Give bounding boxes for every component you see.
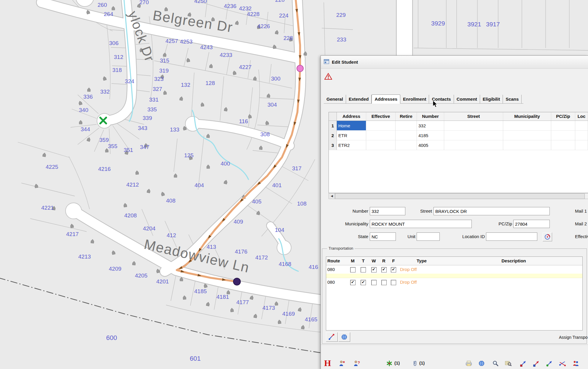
lot-number-label: 324: [125, 78, 134, 84]
day-checkbox-R[interactable]: [381, 280, 387, 285]
address-grid[interactable]: AddressEffectiveRetireNumberStreetMunici…: [329, 112, 588, 193]
day-checkbox-T[interactable]: ✔: [361, 280, 366, 285]
lot-number-label: 405: [252, 198, 262, 205]
lot-number-label: 4169: [282, 311, 295, 317]
lot-number-label: 264: [104, 11, 113, 17]
day-checkbox-W[interactable]: ✔: [371, 267, 377, 272]
pczip-input[interactable]: [513, 220, 550, 228]
lot-number-label: 331: [149, 97, 159, 103]
lot-number-label: 355: [108, 143, 117, 149]
lot-number-label: 416: [309, 264, 318, 270]
address-grid-scrollbar[interactable]: ◀: [329, 193, 588, 199]
tab-enrollment[interactable]: Enrollment: [400, 95, 429, 103]
unit-input[interactable]: [417, 232, 440, 241]
lot-number-label: 270: [139, 0, 149, 5]
locate-address-button[interactable]: [543, 232, 552, 241]
lot-number-label: 224: [279, 12, 289, 19]
stop-type: Drop Off: [398, 278, 445, 286]
day-checkbox-F[interactable]: [391, 280, 396, 285]
street-input[interactable]: [434, 207, 550, 215]
map-zoom-icon[interactable]: [503, 358, 514, 368]
transportation-row-2[interactable]: 080✔✔Drop Off: [326, 278, 582, 286]
lot-number-label: 228: [283, 35, 293, 41]
transportation-grid[interactable]: RouteMTWRFTypeDescription080✔✔✔Drop Off0…: [326, 256, 583, 331]
lot-number-label: 600: [106, 334, 117, 341]
municipality-input[interactable]: [370, 220, 472, 228]
attachment-icon[interactable]: [409, 358, 420, 368]
mail1-label: Mail 1: [575, 207, 587, 215]
tab-general[interactable]: General: [324, 95, 346, 103]
student-locate-icon[interactable]: [336, 358, 348, 368]
tab-extended[interactable]: Extended: [346, 95, 372, 103]
tab-addresses[interactable]: Addresses: [372, 94, 400, 104]
lot-number-label: 4176: [235, 248, 247, 255]
day-checkbox-W[interactable]: [371, 280, 377, 285]
day-checkbox-M[interactable]: [350, 267, 356, 272]
scrollbar-thumb[interactable]: [335, 194, 585, 199]
lot-number-label: 359: [99, 137, 109, 143]
mouse-cursor: [433, 100, 439, 110]
dialog-title: Edit Student: [332, 60, 358, 65]
print-map-icon[interactable]: [463, 358, 474, 368]
lot-number-label: 304: [267, 102, 277, 108]
svg-text:?: ?: [358, 360, 360, 365]
assign-route-button[interactable]: [326, 332, 338, 342]
lot-number-label: 308: [260, 131, 270, 137]
lot-number-label: 4226: [257, 23, 270, 29]
transportation-groupbox: Transportation RouteMTWRFTypeDescription…: [322, 248, 587, 344]
tab-comment[interactable]: Comment: [454, 95, 480, 103]
lot-number-label: 408: [166, 198, 176, 204]
lot-number-label: 4185: [194, 288, 207, 294]
history-button[interactable]: H: [324, 358, 331, 368]
lot-number-label: 332: [100, 89, 110, 95]
bottom-toolbar: H ?(1)(1): [321, 358, 588, 369]
tab-scans[interactable]: Scans: [503, 95, 522, 103]
map-locate-button[interactable]: [338, 332, 350, 342]
assign-stop-icon-2[interactable]: [531, 358, 542, 368]
location-id-input[interactable]: [486, 232, 537, 241]
dialog-titlebar[interactable]: Edit Student: [321, 56, 588, 69]
address-row-etr2[interactable]: 3ETR24005: [329, 140, 588, 150]
day-checkbox-R[interactable]: ✔: [381, 267, 387, 272]
tab-bar: GeneralExtendedAddressesEnrollmentContac…: [324, 94, 523, 104]
lot-number-label: 343: [138, 125, 147, 131]
lot-number-label: 116: [239, 118, 248, 124]
edit-student-dialog: Edit Student GeneralExtendedAddressesEnr…: [321, 55, 588, 369]
assign-transportation-label: Assign Transpo: [559, 335, 588, 340]
flower-icon[interactable]: [384, 358, 395, 368]
day-checkbox-F[interactable]: ✔: [391, 267, 396, 272]
assign-stop-icon-3[interactable]: [544, 358, 555, 368]
lot-number-label: 315: [160, 57, 169, 64]
lot-number-label: 336: [83, 94, 93, 100]
lot-number-label: 317: [292, 165, 302, 171]
toolbar-separator: [321, 345, 588, 345]
lot-number-label: 340: [79, 107, 88, 113]
flower-count: (1): [394, 360, 400, 365]
number-input[interactable]: [370, 207, 405, 215]
address-row-etr[interactable]: 2ETR4185: [329, 131, 588, 140]
students-pair-icon[interactable]: [570, 358, 581, 368]
address-row-home[interactable]: 1Home332: [329, 121, 588, 131]
assign-stop-icon-4[interactable]: [557, 358, 568, 368]
lot-number-label: 4177: [236, 299, 249, 305]
day-checkbox-T[interactable]: [361, 267, 366, 272]
scroll-left-button[interactable]: ◀: [329, 193, 335, 199]
lot-number-label: 4243: [200, 44, 213, 50]
day-checkbox-M[interactable]: ✔: [350, 280, 356, 285]
student-question-icon[interactable]: ?: [351, 358, 362, 368]
lot-number-label: 339: [143, 115, 152, 121]
transportation-grid-header: RouteMTWRFTypeDescription: [326, 257, 582, 265]
app-screen: { "map": { "colors": { "background": "#e…: [0, 0, 588, 369]
zoom-icon[interactable]: [490, 358, 501, 368]
route-end-stop[interactable]: [233, 278, 240, 285]
lot-number-label: 335: [147, 106, 157, 113]
globe-icon[interactable]: [476, 358, 487, 368]
lot-number-label: 132: [181, 82, 190, 88]
tab-eligibilit[interactable]: Eligibilit: [480, 95, 503, 103]
assign-stop-icon-1[interactable]: [518, 358, 529, 368]
lot-number-label: 4209: [109, 266, 121, 272]
transportation-row-1[interactable]: 080✔✔✔Drop Off: [326, 265, 582, 274]
lot-number-label: 133: [170, 126, 179, 133]
lot-number-label: 4216: [98, 166, 111, 172]
route-start-stop[interactable]: [297, 65, 303, 72]
